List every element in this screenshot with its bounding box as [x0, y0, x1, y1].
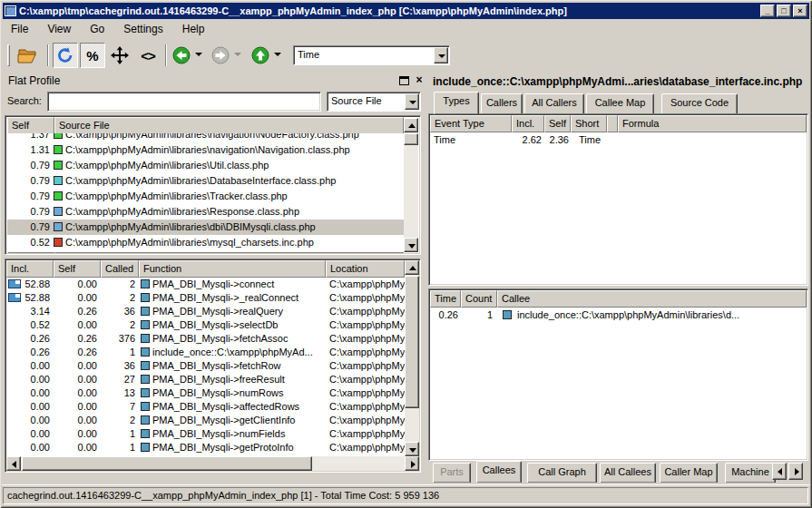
function-row[interactable]: 0.260.261 include_once::C:\xampp\phpMyAd… — [6, 346, 405, 359]
source-file-row[interactable]: 1.37 C:\xampp\phpMyAdmin\libraries\navig… — [7, 133, 404, 142]
event-type-row[interactable]: Time 2.62 2.36 Time — [430, 132, 807, 147]
dock-close-icon[interactable]: × — [414, 73, 425, 86]
column-header-event-type[interactable]: Event Type — [430, 115, 512, 132]
function-row[interactable]: 0.000.0036 PMA_DBI_Mysqli->fetchRowC:\xa… — [6, 359, 405, 373]
tabbar-scroll-right-button[interactable] — [788, 463, 803, 480]
column-header-self[interactable]: Self — [544, 115, 571, 132]
source-file-row-selected[interactable]: 0.79 C:\xampp\phpMyAdmin\libraries\dbi\D… — [7, 220, 404, 235]
scrollbar-thumb[interactable] — [405, 276, 419, 408]
tabbar-scroll-left-button[interactable] — [772, 463, 787, 480]
column-header-incl[interactable]: Incl. — [6, 260, 54, 278]
tab-callers[interactable]: Callers — [481, 93, 523, 114]
function-list-horizontal-scrollbar[interactable] — [6, 456, 419, 471]
source-file-row[interactable]: 0.79 C:\xampp\phpMyAdmin\libraries\Track… — [7, 189, 404, 204]
function-row[interactable]: 0.000.0027 PMA_DBI_Mysqli->freeResultC:\… — [6, 373, 405, 386]
column-header-time[interactable]: Time — [430, 290, 461, 308]
column-header-formula[interactable]: Formula — [618, 115, 807, 132]
menu-help[interactable]: Help — [174, 19, 213, 39]
source-file-row[interactable]: 0.79 C:\xampp\phpMyAdmin\libraries\Datab… — [7, 173, 404, 189]
search-input[interactable] — [47, 92, 321, 112]
tab-callees[interactable]: Callees — [476, 461, 522, 483]
function-row[interactable]: 0.000.002 PMA_DBI_Mysqli->getClientInfoC… — [6, 414, 405, 427]
scroll-left-button[interactable] — [6, 456, 21, 471]
bottom-tab-bar: Parts Callees Call Graph All Callees Cal… — [426, 461, 809, 484]
function-list-vertical-scrollbar[interactable] — [405, 260, 419, 456]
tab-callee-map[interactable]: Callee Map — [586, 93, 654, 114]
scroll-up-button[interactable] — [405, 260, 419, 275]
source-file-row[interactable]: 0.79 C:\xampp\phpMyAdmin\libraries\Respo… — [7, 204, 404, 220]
group-by-combobox[interactable]: Source File — [327, 92, 421, 112]
maximize-button[interactable]: □ — [777, 5, 791, 17]
column-header-called[interactable]: Called — [101, 260, 139, 278]
percent-toggle-button[interactable]: % — [80, 43, 105, 68]
menu-settings[interactable]: Settings — [115, 19, 171, 39]
combobox-dropdown-button[interactable] — [434, 47, 448, 64]
column-header-self[interactable]: Self — [54, 260, 101, 278]
function-row[interactable]: 52.880.002 PMA_DBI_Mysqli->connectC:\xam… — [6, 278, 405, 291]
tab-machine[interactable]: Machine — [725, 463, 776, 483]
scrollbar-thumb[interactable] — [404, 133, 418, 145]
flat-list-vertical-scrollbar[interactable] — [404, 118, 418, 252]
function-row[interactable]: 0.000.007 PMA_DBI_Mysqli->affectedRowsC:… — [6, 400, 405, 414]
function-row[interactable]: 0.000.001 PMA_DBI_Mysqli->numFieldsC:\xa… — [6, 427, 405, 441]
forward-dropdown-caret[interactable] — [234, 53, 241, 56]
scroll-down-button[interactable] — [404, 238, 418, 252]
minimize-button[interactable]: _ — [760, 5, 775, 17]
tab-all-callees[interactable]: All Callees — [600, 463, 656, 483]
function-row[interactable]: 52.880.002 PMA_DBI_Mysqli->_realConnectC… — [6, 291, 405, 305]
scroll-right-button[interactable] — [405, 456, 419, 471]
up-dropdown-caret[interactable] — [274, 53, 281, 56]
forward-button[interactable] — [210, 43, 231, 68]
file-path: C:\xampp\phpMyAdmin\libraries\user_prefe… — [65, 250, 404, 252]
column-header-callee[interactable]: Callee — [497, 290, 807, 308]
scrollbar-thumb[interactable] — [22, 456, 312, 471]
source-file-row[interactable]: 0.52 C:\xampp\phpMyAdmin\libraries\user_… — [7, 250, 404, 252]
group-combobox-dropdown-button[interactable] — [405, 93, 419, 110]
source-file-row[interactable]: 0.79 C:\xampp\phpMyAdmin\libraries\Util.… — [7, 158, 404, 173]
function-row[interactable]: 3.140.2636 PMA_DBI_Mysqli->realQueryC:\x… — [6, 305, 405, 318]
function-row[interactable]: 0.260.26376 PMA_DBI_Mysqli->fetchAssocC:… — [6, 332, 405, 346]
location: C:\xampp\phpMy — [329, 359, 405, 373]
column-header-short[interactable]: Short — [571, 115, 607, 132]
function-list: Incl. Self Called Function Location 52.8… — [5, 259, 421, 473]
self-cost: 1.37 — [7, 133, 50, 142]
tab-caller-map[interactable]: Caller Map — [660, 463, 718, 483]
tab-all-callers[interactable]: All Callers — [524, 93, 584, 114]
minimize-icon: _ — [765, 6, 769, 15]
source-file-rows: 1.37 C:\xampp\phpMyAdmin\libraries\navig… — [7, 133, 404, 252]
scroll-down-button[interactable] — [405, 442, 419, 456]
tab-parts[interactable]: Parts — [433, 463, 471, 483]
incl-cost: 0.00 — [6, 386, 50, 400]
function-row[interactable]: 0.520.002 PMA_DBI_Mysqli->selectDbC:\xam… — [6, 318, 405, 332]
dock-float-icon[interactable] — [399, 76, 409, 85]
menu-file[interactable]: File — [3, 19, 36, 39]
scroll-down-icon — [409, 448, 416, 453]
callee-row[interactable]: 0.26 1 include_once::C:\xampp\phpMyAdmin… — [430, 308, 807, 322]
tab-source-code[interactable]: Source Code — [661, 93, 738, 114]
up-button[interactable] — [249, 43, 271, 68]
reload-button[interactable] — [53, 43, 78, 68]
back-dropdown-caret[interactable] — [195, 53, 202, 56]
selected-function-title: include_once::C:\xampp\phpMyAdmi...aries… — [433, 75, 807, 90]
column-header-incl[interactable]: Incl. — [512, 115, 544, 132]
toolbar-drag-handle[interactable] — [7, 44, 10, 66]
tab-types[interactable]: Types — [434, 92, 479, 114]
column-header-count[interactable]: Count — [461, 290, 497, 308]
back-button[interactable] — [171, 43, 192, 68]
expand-cost-button[interactable] — [107, 43, 132, 68]
source-file-row[interactable]: 1.31 C:\xampp\phpMyAdmin\libraries\navig… — [7, 142, 404, 158]
function-row[interactable]: 0.000.0013 PMA_DBI_Mysqli->numRowsC:\xam… — [6, 386, 405, 400]
function-row[interactable]: 0.000.001 PMA_DBI_Mysqli->getProtoInfoC:… — [6, 441, 405, 454]
source-file-row[interactable]: 0.52 C:\xampp\phpMyAdmin\libraries\mysql… — [7, 235, 404, 250]
menu-view[interactable]: View — [39, 19, 79, 39]
column-header-function[interactable]: Function — [139, 260, 326, 278]
function-name: PMA_DBI_Mysqli->realQuery — [152, 305, 327, 318]
cycle-detection-button[interactable]: <> — [135, 43, 161, 68]
menu-go[interactable]: Go — [82, 19, 113, 39]
column-header-location[interactable]: Location — [326, 260, 405, 278]
tab-call-graph[interactable]: Call Graph — [527, 463, 597, 483]
close-button[interactable]: × — [793, 5, 807, 17]
event-type-combobox[interactable]: Time — [293, 45, 450, 65]
open-file-button[interactable] — [15, 43, 41, 68]
scroll-up-button[interactable] — [404, 118, 418, 132]
